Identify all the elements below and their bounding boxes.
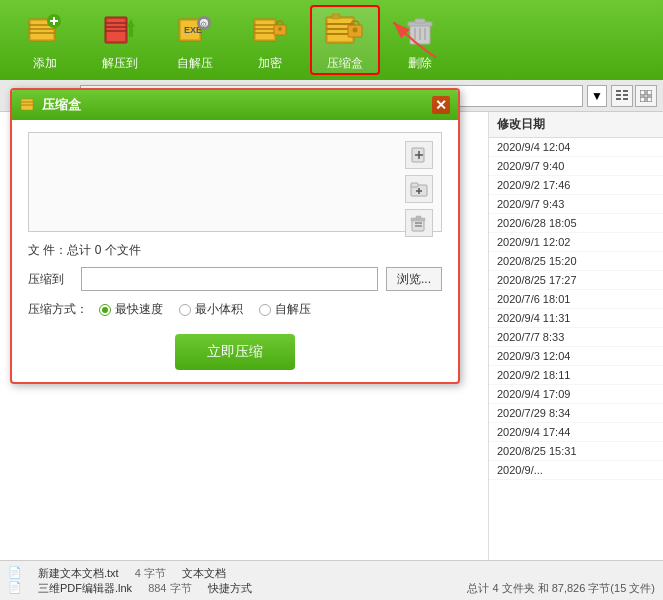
zipbox-button[interactable]: 压缩盒 xyxy=(310,5,380,75)
date-item: 2020/8/25 15:31 xyxy=(489,442,663,461)
file2-size: 884 字节 xyxy=(148,581,191,596)
svg-rect-52 xyxy=(647,97,652,102)
svg-point-34 xyxy=(353,27,358,32)
sfx-label: 自解压 xyxy=(177,55,213,72)
view-buttons xyxy=(611,85,657,107)
dropdown-arrow-icon: ▼ xyxy=(591,89,603,103)
date-item: 2020/9/2 17:46 xyxy=(489,176,663,195)
address-dropdown-button[interactable]: ▼ xyxy=(587,85,607,107)
dialog-title: 压缩盒 xyxy=(42,96,426,114)
method-smallest-label: 最小体积 xyxy=(195,301,243,318)
file1-icon: 📄 xyxy=(8,566,22,581)
file-count-label: 文 件：总计 0 个文件 xyxy=(28,242,442,259)
svg-point-27 xyxy=(278,27,282,31)
remove-file-icon[interactable] xyxy=(405,209,433,237)
svg-rect-66 xyxy=(416,216,421,219)
compress-method-label: 压缩方式： xyxy=(28,301,83,318)
file2-icon: 📄 xyxy=(8,581,22,596)
encrypt-icon xyxy=(249,9,291,51)
extract-button[interactable]: 解压到 xyxy=(85,5,155,75)
date-item: 2020/9/4 11:31 xyxy=(489,309,663,328)
file1-size: 4 字节 xyxy=(135,566,166,581)
file1-type: 文本文档 xyxy=(182,566,226,581)
file-drop-icons xyxy=(405,141,433,237)
svg-rect-14 xyxy=(129,27,133,37)
add-folder-icon[interactable] xyxy=(405,175,433,203)
svg-rect-61 xyxy=(411,183,418,187)
sfx-button[interactable]: EXE ⚙ 自解压 xyxy=(160,5,230,75)
dates-list: 2020/9/4 12:042020/9/7 9:402020/9/2 17:4… xyxy=(489,138,663,480)
zipbox-label: 压缩盒 xyxy=(327,55,363,72)
list-view-button[interactable] xyxy=(611,85,633,107)
extract-label: 解压到 xyxy=(102,55,138,72)
sfx-icon: EXE ⚙ xyxy=(174,9,216,51)
delete-label: 删除 xyxy=(408,55,432,72)
file-drop-area[interactable] xyxy=(28,132,442,232)
encrypt-label: 加密 xyxy=(258,55,282,72)
svg-rect-38 xyxy=(415,19,425,23)
compress-now-button[interactable]: 立即压缩 xyxy=(175,334,295,370)
method-fastest-radio[interactable] xyxy=(99,304,111,316)
compress-method-row: 压缩方式： 最快速度 最小体积 自解压 xyxy=(28,301,442,318)
svg-rect-49 xyxy=(640,90,645,95)
date-item: 2020/9/7 9:40 xyxy=(489,157,663,176)
svg-rect-46 xyxy=(623,90,628,92)
svg-rect-43 xyxy=(616,90,621,92)
statusbar-row1: 📄 新建文本文档.txt 4 字节 文本文档 xyxy=(8,566,655,581)
date-item: 2020/6/28 18:05 xyxy=(489,214,663,233)
file2-type: 快捷方式 xyxy=(208,581,252,596)
method-fastest-option[interactable]: 最快速度 xyxy=(99,301,163,318)
svg-rect-45 xyxy=(616,98,621,100)
compress-to-label: 压缩到 xyxy=(28,271,73,288)
method-smallest-option[interactable]: 最小体积 xyxy=(179,301,243,318)
date-item: 2020/8/25 17:27 xyxy=(489,271,663,290)
delete-button[interactable]: 删除 xyxy=(385,5,455,75)
dialog-close-button[interactable]: ✕ xyxy=(432,96,450,114)
date-item: 2020/9/4 12:04 xyxy=(489,138,663,157)
method-sfx-option[interactable]: 自解压 xyxy=(259,301,311,318)
total-info: 总计 4 文件夹 和 87,826 字节(15 文件) xyxy=(467,581,655,596)
file2-name: 三维PDF编辑器.lnk xyxy=(38,581,132,596)
compress-to-row: 压缩到 浏览... xyxy=(28,267,442,291)
dialog-titlebar: 压缩盒 ✕ xyxy=(12,90,458,120)
file1-name: 新建文本文档.txt xyxy=(38,566,119,581)
svg-rect-35 xyxy=(332,14,340,19)
date-item: 2020/9/4 17:44 xyxy=(489,423,663,442)
date-item: 2020/7/7 8:33 xyxy=(489,328,663,347)
svg-marker-13 xyxy=(127,19,135,27)
browse-button[interactable]: 浏览... xyxy=(386,267,442,291)
add-file-icon[interactable] xyxy=(405,141,433,169)
encrypt-button[interactable]: 加密 xyxy=(235,5,305,75)
compress-dialog: 压缩盒 ✕ xyxy=(10,88,460,384)
method-smallest-radio[interactable] xyxy=(179,304,191,316)
right-panel-header: 修改日期 xyxy=(489,112,663,138)
date-item: 2020/9/7 9:43 xyxy=(489,195,663,214)
toolbar: 添加 解压到 EXE ⚙ xyxy=(0,0,663,80)
svg-rect-51 xyxy=(640,97,645,102)
svg-rect-22 xyxy=(256,21,274,39)
extract-icon xyxy=(99,9,141,51)
statusbar: 📄 新建文本文档.txt 4 字节 文本文档 📄 三维PDF编辑器.lnk 88… xyxy=(0,560,663,600)
date-item: 2020/8/25 15:20 xyxy=(489,252,663,271)
grid-view-button[interactable] xyxy=(635,85,657,107)
date-item: 2020/7/6 18:01 xyxy=(489,290,663,309)
add-button[interactable]: 添加 xyxy=(10,5,80,75)
date-item: 2020/9/2 18:11 xyxy=(489,366,663,385)
radio-inner-dot xyxy=(102,307,108,313)
add-label: 添加 xyxy=(33,55,57,72)
method-fastest-label: 最快速度 xyxy=(115,301,163,318)
delete-icon xyxy=(399,9,441,51)
method-sfx-label: 自解压 xyxy=(275,301,311,318)
zipbox-icon xyxy=(324,9,366,51)
statusbar-row2: 📄 三维PDF编辑器.lnk 884 字节 快捷方式 总计 4 文件夹 和 87… xyxy=(8,581,655,596)
method-sfx-radio[interactable] xyxy=(259,304,271,316)
date-item: 2020/9/4 17:09 xyxy=(489,385,663,404)
svg-rect-48 xyxy=(623,98,628,100)
svg-rect-50 xyxy=(647,90,652,95)
right-panel: 修改日期 2020/9/4 12:042020/9/7 9:402020/9/2… xyxy=(488,112,663,560)
svg-text:⚙: ⚙ xyxy=(200,20,207,29)
compress-to-input[interactable] xyxy=(81,267,378,291)
date-item: 2020/7/29 8:34 xyxy=(489,404,663,423)
svg-rect-47 xyxy=(623,94,628,96)
date-item: 2020/9/3 12:04 xyxy=(489,347,663,366)
